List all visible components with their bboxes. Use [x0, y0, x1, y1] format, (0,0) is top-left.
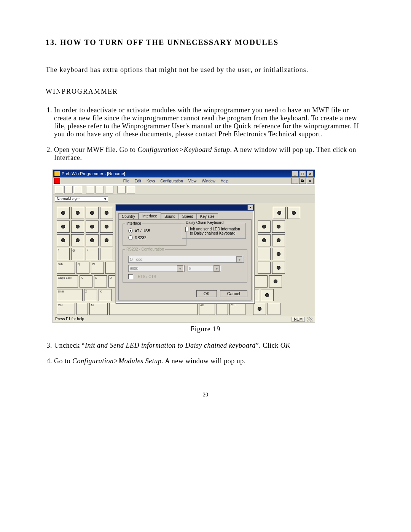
- radio-icon: [128, 235, 133, 240]
- tab-country[interactable]: Country: [118, 213, 139, 219]
- toolbar[interactable]: [53, 184, 315, 195]
- chevron-down-icon: ▾: [104, 197, 106, 201]
- tab-speed[interactable]: Speed: [179, 213, 197, 219]
- rs232-rts-label: RTS / CTS: [138, 275, 156, 279]
- maximize-button[interactable]: □: [299, 171, 306, 177]
- mdi-minimize-button[interactable]: _: [292, 178, 298, 184]
- interface-group: Interface AT / USB RS232: [123, 224, 186, 246]
- daisy-group: Daisy Chain Keyboard Init and send LED i…: [182, 223, 246, 239]
- rs232-rts-checkbox: [128, 274, 133, 279]
- mdi-bar: File Edit Keys Configuration View Window…: [53, 177, 315, 184]
- menu-help[interactable]: Help: [221, 179, 229, 183]
- toolbar-button[interactable]: [64, 186, 73, 193]
- statusbar: Press F1 for help. NUM: [53, 316, 315, 323]
- section-heading: 13. HOW TO TURN OFF THE UNNECESSARY MODU…: [46, 38, 365, 47]
- tab-keysize[interactable]: Key size: [197, 213, 218, 219]
- menu-file[interactable]: File: [123, 179, 129, 183]
- rs232-baud-select: 9600▾: [128, 265, 185, 272]
- numlock-indicator: NUM: [292, 317, 305, 322]
- interface-group-label: Interface: [125, 221, 142, 225]
- rs232-group: RS232 - Configuration O - odd▾ 9600▾ 8▾ …: [123, 249, 247, 283]
- menu-view[interactable]: View: [188, 179, 197, 183]
- app-title: Preh Win Programmer - [Noname]: [62, 171, 125, 176]
- layer-value: Normal-Layer: [57, 197, 80, 201]
- cancel-button[interactable]: Cancel: [220, 290, 247, 297]
- status-text: Press F1 for help.: [55, 317, 85, 322]
- layer-select[interactable]: Normal-Layer ▾: [55, 196, 108, 202]
- rs232-parity-select: O - odd▾: [128, 256, 244, 263]
- step-3: Uncheck “Init and Send LED information t…: [54, 342, 365, 350]
- rs232-bits-select: 8▾: [188, 265, 221, 272]
- menu-window[interactable]: Window: [202, 179, 215, 183]
- page-number: 20: [46, 392, 365, 398]
- resize-grip-icon[interactable]: [307, 317, 312, 322]
- radio-rs232[interactable]: RS232: [128, 235, 183, 240]
- intro-text: The keyboard has extra options that migh…: [46, 66, 365, 74]
- toolbar-button[interactable]: [105, 186, 113, 193]
- chevron-down-icon: ▾: [236, 256, 242, 262]
- step-2a: Open your MWF file. Go to: [54, 146, 137, 153]
- menubar[interactable]: File Edit Keys Configuration View Window…: [121, 178, 231, 184]
- mdi-icon: [54, 178, 60, 184]
- toolbar-button[interactable]: [117, 186, 126, 193]
- step-4: Go to Configuration>Modules Setup. A new…: [54, 357, 365, 365]
- close-button[interactable]: ×: [307, 171, 314, 177]
- chevron-down-icon: ▾: [213, 265, 220, 272]
- toolbar-button[interactable]: [86, 186, 94, 193]
- minimize-button[interactable]: _: [292, 171, 298, 177]
- keyboard-canvas[interactable]: 1 @ # Tab Q W: [53, 203, 315, 316]
- step-1: In order to deactivate or activate modul…: [54, 106, 365, 138]
- toolbar-button[interactable]: [96, 186, 104, 193]
- rs232-group-label: RS232 - Configuration: [125, 247, 165, 251]
- subheading: WINPROGRAMMER: [46, 88, 365, 96]
- steps-list: In order to deactivate or activate modul…: [54, 106, 365, 162]
- radio-icon: [128, 228, 133, 233]
- tab-sound[interactable]: Sound: [161, 213, 179, 219]
- radio-atusb[interactable]: AT / USB: [128, 228, 183, 233]
- toolbar-button[interactable]: [55, 186, 63, 193]
- steps-list-cont: Uncheck “Init and Send LED information t…: [54, 342, 365, 365]
- menu-keys[interactable]: Keys: [147, 179, 155, 183]
- app-icon: [54, 171, 60, 177]
- ok-button[interactable]: OK: [196, 290, 217, 297]
- toolbar-button[interactable]: [127, 186, 135, 193]
- app-screenshot: Preh Win Programmer - [Noname] _ □ × Fil…: [53, 169, 315, 323]
- step-2-em: Configuration>Keyboard Setup: [137, 146, 230, 153]
- figure-caption: Figure 19: [46, 325, 365, 333]
- dialog-close-button[interactable]: ×: [247, 205, 253, 210]
- daisy-group-label: Daisy Chain Keyboard: [185, 220, 225, 225]
- chevron-down-icon: ▾: [177, 265, 183, 272]
- tab-interface[interactable]: Interface: [139, 212, 161, 220]
- mdi-close-button[interactable]: ×: [307, 178, 314, 184]
- menu-configuration[interactable]: Configuration: [160, 179, 183, 183]
- keyboard-setup-dialog: × Country Interface Sound Speed Key size…: [115, 204, 255, 304]
- dialog-tabs[interactable]: Country Interface Sound Speed Key size: [116, 211, 254, 219]
- step-2: Open your MWF file. Go to Configuration>…: [54, 146, 365, 162]
- titlebar[interactable]: Preh Win Programmer - [Noname] _ □ ×: [53, 170, 315, 177]
- menu-edit[interactable]: Edit: [135, 179, 141, 183]
- daisy-led-checkbox[interactable]: [185, 227, 188, 232]
- mdi-restore-button[interactable]: ⧉: [299, 178, 306, 184]
- toolbar-button[interactable]: [74, 186, 82, 193]
- daisy-led-label: Init and send LED information to Daisy c…: [190, 227, 242, 235]
